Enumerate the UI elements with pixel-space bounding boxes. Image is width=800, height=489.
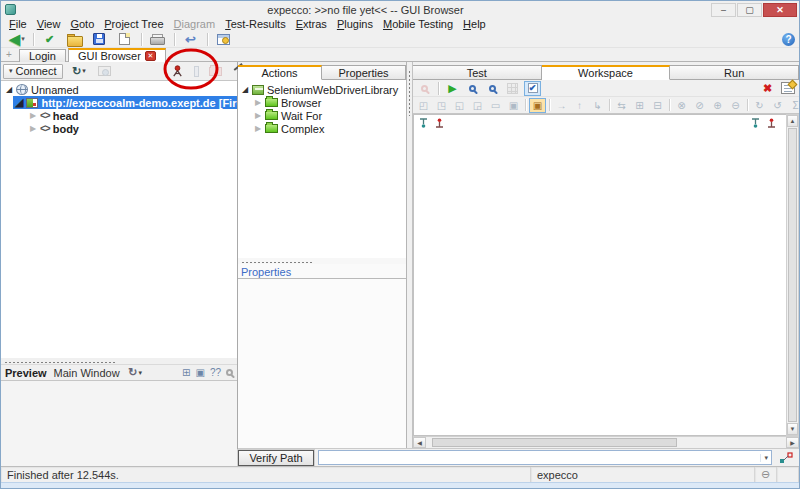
palette-icon[interactable]: ⊖ (727, 98, 744, 113)
help-icon[interactable]: ? (782, 33, 795, 46)
search-disabled-button[interactable] (416, 81, 433, 96)
verify-path-button[interactable]: Verify Path (238, 450, 314, 466)
zoom-icon[interactable] (226, 369, 233, 376)
preview-target-label[interactable]: Main Window (54, 367, 120, 379)
expander-icon[interactable]: ◢ (15, 96, 23, 109)
back-icon[interactable]: ◀▾ (5, 31, 29, 47)
menu-item[interactable]: Project Tree (99, 18, 168, 30)
expander-icon[interactable]: ▶ (29, 124, 37, 133)
tab[interactable]: Test (413, 65, 542, 80)
menu-item[interactable]: Test-Results (220, 18, 291, 30)
palette-icon[interactable]: ▣ (529, 98, 546, 113)
menu-item[interactable]: View (32, 18, 66, 30)
palette-icon[interactable]: ▭ (487, 98, 504, 113)
tree-root[interactable]: ◢ Unnamed (1, 83, 237, 96)
toolbar-separator[interactable] (174, 33, 175, 46)
print-icon[interactable] (146, 31, 170, 47)
library-group[interactable]: ▶ Browser (238, 96, 406, 109)
tree-item[interactable]: ▶ <> head (1, 109, 237, 122)
screenshot-button[interactable] (96, 64, 113, 79)
maximize-button[interactable]: ▢ (737, 3, 762, 17)
zoom-out-button[interactable] (484, 81, 501, 96)
palette-icon[interactable]: ▣ (505, 98, 522, 113)
collection-button[interactable] (207, 64, 224, 79)
grid-button[interactable] (504, 81, 521, 96)
zoom-in-button[interactable] (464, 81, 481, 96)
vertical-scrollbar[interactable]: ▲ ▼ (786, 114, 799, 436)
palette-icon[interactable]: ↻ (751, 98, 768, 113)
preview-refresh-button[interactable]: ↻ ▾ (127, 365, 144, 380)
scroll-up-icon[interactable]: ▲ (787, 115, 798, 127)
tab[interactable]: Workspace (542, 65, 671, 80)
new-document-icon[interactable] (113, 31, 137, 47)
palette-icon[interactable]: ↳ (589, 98, 606, 113)
connect-button[interactable]: ▾ Connect (3, 64, 63, 79)
combo-dropdown-icon[interactable]: ▾ (760, 454, 771, 462)
library-group[interactable]: ▶ Complex (238, 122, 406, 135)
input-pin-icon[interactable] (751, 118, 760, 128)
tab[interactable]: Properties (322, 65, 406, 80)
xpath-tool-button[interactable] (776, 452, 796, 464)
tab[interactable]: Actions (238, 65, 322, 80)
palette-icon[interactable]: ⊟ (649, 98, 666, 113)
accept-check-icon[interactable]: ✔ (38, 31, 62, 47)
library-root[interactable]: ◢ SeleniumWebDriverLibrary (238, 83, 406, 96)
palette-icon[interactable]: ⊞ (631, 98, 648, 113)
add-tab-icon[interactable]: + (3, 50, 15, 61)
autocheck-toggle[interactable]: ✔ (524, 81, 541, 96)
expander-icon[interactable]: ▶ (29, 111, 37, 120)
palette-icon[interactable] (525, 99, 526, 111)
tab[interactable]: Run (670, 65, 799, 80)
run-button[interactable]: ▶ (444, 81, 461, 96)
menu-item[interactable]: Plugins (332, 18, 378, 30)
expander-icon[interactable]: ▶ (254, 98, 262, 107)
menu-item[interactable]: Mobile Testing (378, 18, 458, 30)
close-button[interactable]: ✕ (763, 3, 797, 17)
expander-icon[interactable]: ▶ (254, 124, 262, 133)
workspace-canvas[interactable] (413, 114, 786, 436)
palette-icon[interactable]: Σ (787, 98, 799, 113)
menu-item[interactable]: Help (458, 18, 491, 30)
tree-item[interactable]: ▶ <> body (1, 122, 237, 135)
tree-item-selected[interactable]: ◢ http://expeccoalm-demo.exept.de [Firef… (13, 96, 237, 109)
palette-icon[interactable] (747, 99, 748, 111)
menu-item[interactable]: File (4, 18, 32, 30)
document-tab[interactable]: GUI Browser ✕ (68, 48, 166, 62)
palette-icon[interactable] (549, 99, 550, 111)
palette-icon[interactable]: ◳ (433, 98, 450, 113)
expander-icon[interactable]: ◢ (241, 85, 249, 94)
scroll-left-icon[interactable]: ◀ (413, 437, 426, 448)
scrollbar-thumb[interactable] (788, 128, 797, 422)
expander-icon[interactable]: ◢ (5, 85, 13, 94)
horizontal-scrollbar[interactable]: ◀ ▶ (413, 436, 799, 448)
path-combobox[interactable]: ▾ (318, 450, 772, 465)
expander-icon[interactable]: ▶ (254, 111, 262, 120)
output-pin-icon[interactable] (767, 118, 776, 128)
scrollbar-thumb[interactable] (432, 438, 677, 447)
library-group[interactable]: ▶ Wait For (238, 109, 406, 122)
toolbar-separator[interactable] (33, 33, 34, 46)
edit-note-button[interactable] (779, 81, 796, 96)
save-icon[interactable] (88, 31, 112, 47)
palette-icon[interactable]: ⊕ (709, 98, 726, 113)
palette-icon[interactable]: ↺ (769, 98, 786, 113)
palette-icon[interactable]: ⊘ (691, 98, 708, 113)
clear-button[interactable]: ✖ (759, 81, 776, 96)
undo-icon[interactable]: ↩ (179, 31, 203, 47)
open-file-icon[interactable] (63, 31, 87, 47)
document-tab[interactable]: Login (19, 49, 66, 62)
palette-icon[interactable]: ↑ (571, 98, 588, 113)
record-button[interactable] (169, 64, 186, 79)
menu-item[interactable]: Goto (65, 18, 99, 30)
palette-icon[interactable]: → (553, 98, 570, 113)
input-pin-icon[interactable] (419, 118, 428, 128)
scroll-right-icon[interactable]: ▶ (786, 437, 799, 448)
refresh-button[interactable]: ↻ ▾ (71, 64, 88, 79)
menu-item[interactable]: Diagram (169, 18, 221, 30)
output-pin-icon[interactable] (435, 118, 444, 128)
toolbar-separator[interactable] (207, 33, 208, 46)
palette-icon[interactable]: ⊗ (673, 98, 690, 113)
pin-bar-button[interactable] (188, 64, 205, 79)
palette-icon[interactable]: ⇆ (613, 98, 630, 113)
palette-icon[interactable] (669, 99, 670, 111)
